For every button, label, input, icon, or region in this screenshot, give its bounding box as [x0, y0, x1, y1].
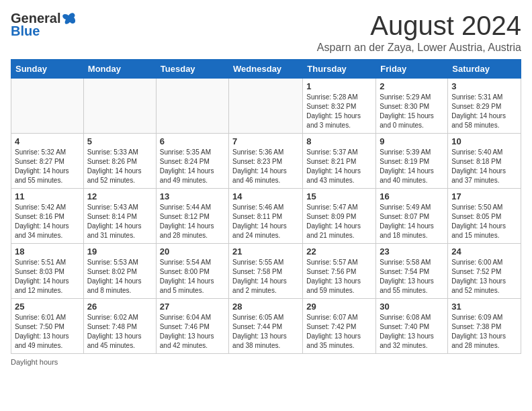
day-info: Sunrise: 6:07 AM Sunset: 7:42 PM Dayligh…: [306, 313, 372, 351]
calendar-day-cell: 14Sunrise: 5:46 AM Sunset: 8:11 PM Dayli…: [229, 189, 303, 244]
day-number: 6: [160, 136, 225, 146]
calendar-day-cell: [83, 79, 156, 134]
day-info: Sunrise: 5:58 AM Sunset: 7:54 PM Dayligh…: [380, 258, 444, 295]
calendar-day-cell: 20Sunrise: 5:54 AM Sunset: 8:00 PM Dayli…: [156, 244, 228, 299]
calendar-day-cell: 13Sunrise: 5:44 AM Sunset: 8:12 PM Dayli…: [156, 189, 228, 244]
calendar-day-cell: [11, 79, 84, 134]
calendar-day-cell: 8Sunrise: 5:37 AM Sunset: 8:21 PM Daylig…: [303, 134, 376, 189]
calendar-day-header: Wednesday: [229, 60, 303, 79]
day-number: 4: [15, 136, 80, 146]
calendar-day-cell: 6Sunrise: 5:35 AM Sunset: 8:24 PM Daylig…: [156, 134, 228, 189]
day-number: 29: [306, 302, 372, 312]
calendar-day-cell: 19Sunrise: 5:53 AM Sunset: 8:02 PM Dayli…: [83, 244, 156, 299]
day-number: 18: [15, 246, 80, 257]
day-number: 16: [380, 191, 444, 201]
calendar-day-cell: 3Sunrise: 5:31 AM Sunset: 8:29 PM Daylig…: [448, 79, 521, 134]
calendar-day-cell: 10Sunrise: 5:40 AM Sunset: 8:18 PM Dayli…: [448, 134, 521, 189]
calendar-day-cell: 15Sunrise: 5:47 AM Sunset: 8:09 PM Dayli…: [303, 189, 376, 244]
calendar-day-cell: 2Sunrise: 5:29 AM Sunset: 8:30 PM Daylig…: [376, 79, 448, 134]
calendar-day-cell: 17Sunrise: 5:50 AM Sunset: 8:05 PM Dayli…: [448, 189, 521, 244]
day-number: 25: [15, 302, 80, 312]
day-number: 10: [451, 136, 517, 146]
footer-note: Daylight hours: [11, 358, 521, 366]
day-number: 11: [15, 191, 80, 201]
day-info: Sunrise: 5:43 AM Sunset: 8:14 PM Dayligh…: [87, 203, 152, 240]
day-number: 20: [160, 246, 225, 257]
day-info: Sunrise: 6:02 AM Sunset: 7:48 PM Dayligh…: [87, 313, 152, 351]
day-number: 2: [380, 81, 444, 91]
calendar-table: SundayMondayTuesdayWednesdayThursdayFrid…: [11, 59, 521, 354]
calendar-day-cell: 4Sunrise: 5:32 AM Sunset: 8:27 PM Daylig…: [11, 134, 84, 189]
day-number: 1: [306, 81, 372, 91]
calendar-day-cell: 5Sunrise: 5:33 AM Sunset: 8:26 PM Daylig…: [83, 134, 156, 189]
logo: General Blue: [11, 11, 77, 39]
calendar-day-cell: 27Sunrise: 6:04 AM Sunset: 7:46 PM Dayli…: [156, 299, 228, 354]
calendar-day-cell: 22Sunrise: 5:57 AM Sunset: 7:56 PM Dayli…: [303, 244, 376, 299]
calendar-week-row: 11Sunrise: 5:42 AM Sunset: 8:16 PM Dayli…: [11, 189, 521, 244]
day-number: 31: [451, 302, 517, 312]
day-info: Sunrise: 5:31 AM Sunset: 8:29 PM Dayligh…: [451, 93, 517, 130]
day-info: Sunrise: 6:01 AM Sunset: 7:50 PM Dayligh…: [15, 313, 80, 351]
calendar-day-cell: 16Sunrise: 5:49 AM Sunset: 8:07 PM Dayli…: [376, 189, 448, 244]
calendar-day-cell: 11Sunrise: 5:42 AM Sunset: 8:16 PM Dayli…: [11, 189, 84, 244]
calendar-day-header: Tuesday: [156, 60, 228, 79]
day-info: Sunrise: 5:32 AM Sunset: 8:27 PM Dayligh…: [15, 148, 80, 185]
day-number: 12: [87, 191, 152, 201]
day-number: 19: [87, 246, 152, 257]
calendar-day-cell: 26Sunrise: 6:02 AM Sunset: 7:48 PM Dayli…: [83, 299, 156, 354]
day-info: Sunrise: 5:35 AM Sunset: 8:24 PM Dayligh…: [160, 148, 225, 185]
calendar-day-cell: [229, 79, 303, 134]
day-number: 9: [380, 136, 444, 146]
calendar-day-cell: 23Sunrise: 5:58 AM Sunset: 7:54 PM Dayli…: [376, 244, 448, 299]
day-number: 26: [87, 302, 152, 312]
logo-blue: Blue: [11, 24, 40, 39]
day-info: Sunrise: 5:54 AM Sunset: 8:00 PM Dayligh…: [160, 258, 225, 295]
day-info: Sunrise: 5:28 AM Sunset: 8:32 PM Dayligh…: [306, 93, 372, 130]
calendar-day-cell: 24Sunrise: 6:00 AM Sunset: 7:52 PM Dayli…: [448, 244, 521, 299]
day-info: Sunrise: 5:47 AM Sunset: 8:09 PM Dayligh…: [306, 203, 372, 240]
calendar-day-cell: 28Sunrise: 6:05 AM Sunset: 7:44 PM Dayli…: [229, 299, 303, 354]
calendar-day-header: Monday: [83, 60, 156, 79]
calendar-week-row: 25Sunrise: 6:01 AM Sunset: 7:50 PM Dayli…: [11, 299, 521, 354]
day-info: Sunrise: 6:09 AM Sunset: 7:38 PM Dayligh…: [451, 313, 517, 351]
calendar-day-cell: 7Sunrise: 5:36 AM Sunset: 8:23 PM Daylig…: [229, 134, 303, 189]
day-number: 24: [451, 246, 517, 257]
day-info: Sunrise: 5:39 AM Sunset: 8:19 PM Dayligh…: [380, 148, 444, 185]
day-info: Sunrise: 5:33 AM Sunset: 8:26 PM Dayligh…: [87, 148, 152, 185]
day-number: 15: [306, 191, 372, 201]
title-area: August 2024 Asparn an der Zaya, Lower Au…: [317, 11, 521, 54]
day-number: 30: [380, 302, 444, 312]
day-number: 3: [451, 81, 517, 91]
month-title: August 2024: [317, 11, 521, 40]
calendar-day-cell: 12Sunrise: 5:43 AM Sunset: 8:14 PM Dayli…: [83, 189, 156, 244]
day-info: Sunrise: 5:51 AM Sunset: 8:03 PM Dayligh…: [15, 258, 80, 295]
location-title: Asparn an der Zaya, Lower Austria, Austr…: [317, 42, 521, 54]
calendar-day-cell: [156, 79, 228, 134]
calendar-day-cell: 29Sunrise: 6:07 AM Sunset: 7:42 PM Dayli…: [303, 299, 376, 354]
day-number: 22: [306, 246, 372, 257]
calendar-day-cell: 31Sunrise: 6:09 AM Sunset: 7:38 PM Dayli…: [448, 299, 521, 354]
day-number: 13: [160, 191, 225, 201]
day-number: 8: [306, 136, 372, 146]
calendar-day-cell: 18Sunrise: 5:51 AM Sunset: 8:03 PM Dayli…: [11, 244, 84, 299]
day-number: 7: [232, 136, 299, 146]
calendar-day-cell: 21Sunrise: 5:55 AM Sunset: 7:58 PM Dayli…: [229, 244, 303, 299]
calendar-week-row: 1Sunrise: 5:28 AM Sunset: 8:32 PM Daylig…: [11, 79, 521, 134]
day-info: Sunrise: 5:57 AM Sunset: 7:56 PM Dayligh…: [306, 258, 372, 295]
day-number: 17: [451, 191, 517, 201]
calendar-day-cell: 25Sunrise: 6:01 AM Sunset: 7:50 PM Dayli…: [11, 299, 84, 354]
day-number: 27: [160, 302, 225, 312]
calendar-day-header: Sunday: [11, 60, 84, 79]
day-info: Sunrise: 5:37 AM Sunset: 8:21 PM Dayligh…: [306, 148, 372, 185]
calendar-week-row: 18Sunrise: 5:51 AM Sunset: 8:03 PM Dayli…: [11, 244, 521, 299]
calendar-day-cell: 30Sunrise: 6:08 AM Sunset: 7:40 PM Dayli…: [376, 299, 448, 354]
day-number: 5: [87, 136, 152, 146]
day-info: Sunrise: 6:04 AM Sunset: 7:46 PM Dayligh…: [160, 313, 225, 351]
day-info: Sunrise: 5:36 AM Sunset: 8:23 PM Dayligh…: [232, 148, 299, 185]
day-number: 28: [232, 302, 299, 312]
day-info: Sunrise: 6:00 AM Sunset: 7:52 PM Dayligh…: [451, 258, 517, 295]
day-info: Sunrise: 5:55 AM Sunset: 7:58 PM Dayligh…: [232, 258, 299, 295]
day-number: 23: [380, 246, 444, 257]
day-info: Sunrise: 5:53 AM Sunset: 8:02 PM Dayligh…: [87, 258, 152, 295]
day-number: 14: [232, 191, 299, 201]
